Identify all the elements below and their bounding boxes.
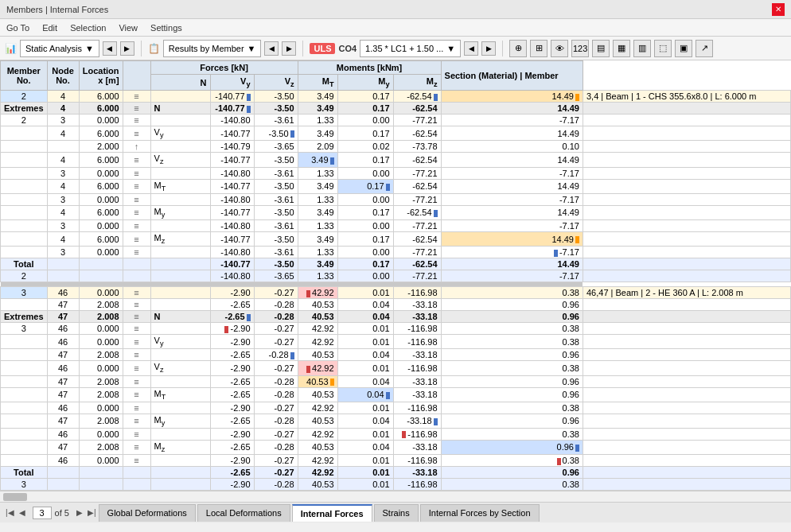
- tool-btn-8[interactable]: ⬚: [654, 40, 672, 57]
- combo-label: 1.35 * LC1 + 1.50 ...: [365, 44, 443, 53]
- table-row: 472.008≡-2.65-0.2840.530.04-33.180.96: [1, 349, 791, 361]
- results-label: Results by Member: [169, 44, 244, 53]
- tab-prev-btn[interactable]: ◀: [17, 508, 28, 517]
- tab-local-deformations[interactable]: Local Deformations: [197, 504, 290, 522]
- bottom-tabs: |◀ ◀ of 5 ▶ ▶| Global Deformations Local…: [0, 502, 791, 522]
- table-row: 30.000≡-140.80-3.611.330.00-77.21-7.17: [1, 167, 791, 179]
- menu-edit[interactable]: Edit: [42, 23, 57, 33]
- tool-btn-1[interactable]: ⊕: [509, 40, 527, 57]
- analysis-dropdown[interactable]: Static Analysis ▼: [20, 40, 99, 57]
- table-row: 472.008≡-2.65-0.2840.530.04-33.180.96: [1, 375, 791, 387]
- menu-selection[interactable]: Selection: [70, 23, 106, 33]
- table-row: 246.000≡-140.77-3.503.490.17-62.5414.493…: [1, 91, 791, 103]
- tool-btn-4[interactable]: 123: [571, 40, 589, 57]
- col-header-section: Section (Material) | Member: [441, 61, 583, 91]
- toolbar: 📊 Static Analysis ▼ ◀ ▶ 📋 Results by Mem…: [0, 37, 791, 60]
- analysis-prev-btn[interactable]: ◀: [103, 41, 117, 56]
- col-header-location: Locationx [m]: [79, 61, 123, 91]
- tool-btn-6[interactable]: ▦: [613, 40, 630, 57]
- menu-goto[interactable]: Go To: [6, 23, 29, 33]
- chevron-down-icon-3: ▼: [446, 44, 455, 53]
- title-bar: Members | Internal Forces ✕: [0, 0, 791, 19]
- analysis-next-btn[interactable]: ▶: [120, 41, 134, 56]
- col-header-vy: Vy: [210, 75, 254, 91]
- window-title: Members | Internal Forces: [6, 5, 108, 14]
- table-row: 46.000≡My-140.77-3.503.490.17-62.5414.49: [1, 205, 791, 219]
- tab-internal-forces-section[interactable]: Internal Forces by Section: [420, 504, 540, 522]
- col-header-vz: Vz: [254, 75, 298, 91]
- tab-strains[interactable]: Strains: [374, 504, 419, 522]
- tab-next-btn[interactable]: ▶: [74, 508, 85, 517]
- table-row: Total-2.65-0.2742.920.01-33.180.96: [1, 467, 791, 479]
- page-indicator: of 5: [28, 507, 74, 519]
- combo-dropdown[interactable]: 1.35 * LC1 + 1.50 ... ▼: [360, 40, 461, 57]
- separator-1: [141, 41, 142, 56]
- table-row: 46.000≡Vy-140.77-3.503.490.17-62.5414.49: [1, 126, 791, 141]
- table-row: 30.000≡-140.80-3.611.330.00-77.21-7.17: [1, 193, 791, 205]
- combo-next-btn[interactable]: ▶: [481, 41, 496, 56]
- separator-3: [502, 41, 503, 56]
- table-row: Total-140.77-3.503.490.17-62.5414.49: [1, 258, 791, 270]
- table-row: Extremes472.008≡N-2.65-0.2840.530.04-33.…: [1, 311, 791, 323]
- table-row: 2.000↑-140.79-3.652.090.02-73.780.10: [1, 141, 791, 153]
- close-button[interactable]: ✕: [772, 3, 785, 16]
- table-row: 472.008≡MT-2.65-0.2840.530.04-33.180.96: [1, 387, 791, 402]
- combo-prev-btn[interactable]: ◀: [464, 41, 478, 56]
- col-header-forces-group: Forces [kN]: [150, 61, 298, 75]
- results-dropdown[interactable]: Results by Member ▼: [163, 40, 262, 57]
- analysis-label: Static Analysis: [25, 44, 82, 53]
- table-row: 46.000≡Vz-140.77-3.503.490.17-62.5414.49: [1, 153, 791, 167]
- table-row: 30.000≡-140.80-3.611.330.00-77.21-7.17: [1, 219, 791, 231]
- tab-global-deformations[interactable]: Global Deformations: [99, 504, 196, 522]
- chevron-down-icon: ▼: [85, 44, 94, 53]
- col-header-n: N: [150, 75, 210, 91]
- table-row: 3-2.90-0.2840.530.01-116.980.38: [1, 479, 791, 491]
- tool-btn-7[interactable]: ▥: [633, 40, 651, 57]
- col-header-node: NodeNo.: [47, 61, 79, 91]
- tool-btn-9[interactable]: ▣: [675, 40, 692, 57]
- table-row: 3460.000≡-2.90-0.2742.920.01-116.980.38: [1, 323, 791, 335]
- table-row: 472.008≡My-2.65-0.2840.530.04-33.180.96: [1, 414, 791, 428]
- table-row: 30.000≡-140.80-3.611.330.00-77.21-7.17: [1, 247, 791, 258]
- chevron-down-icon-2: ▼: [247, 44, 256, 53]
- menu-view[interactable]: View: [119, 23, 138, 33]
- uls-badge: ULS: [310, 43, 335, 54]
- co4-label: CO4: [338, 44, 357, 53]
- table-row: 460.000≡-2.90-0.2742.920.01-116.980.38: [1, 455, 791, 467]
- table-row: 460.000≡Vz-2.90-0.2742.920.01-116.980.38: [1, 361, 791, 375]
- separator-2: [302, 41, 303, 56]
- results-table: MemberNo. NodeNo. Locationx [m] Forces […: [0, 60, 791, 491]
- tool-btn-10[interactable]: ↗: [696, 40, 713, 57]
- results-next-btn[interactable]: ▶: [282, 41, 296, 56]
- col-header-member: MemberNo.: [1, 61, 48, 91]
- tab-last-btn[interactable]: ▶|: [85, 508, 99, 517]
- col-header-moments-group: Moments [kNm]: [298, 61, 441, 75]
- results-prev-btn[interactable]: ◀: [264, 41, 279, 56]
- table-row: 472.008≡-2.65-0.2840.530.04-33.180.96: [1, 299, 791, 311]
- scrollbar-thumb[interactable]: [3, 493, 27, 501]
- table-row: 3460.000≡-2.90-0.2742.920.01-116.980.384…: [1, 287, 791, 299]
- tab-internal-forces[interactable]: Internal Forces: [292, 504, 372, 522]
- tab-first-btn[interactable]: |◀: [3, 508, 17, 517]
- tool-btn-5[interactable]: ▤: [592, 40, 610, 57]
- page-number-input[interactable]: [33, 507, 52, 519]
- table-row: 46.000≡MT-140.77-3.503.490.17-62.5414.49: [1, 179, 791, 193]
- menu-bar: Go To Edit Selection View Settings: [0, 19, 791, 37]
- tool-btn-2[interactable]: ⊞: [530, 40, 547, 57]
- col-header-label: [123, 61, 150, 91]
- table-row: 230.000≡-140.80-3.611.330.00-77.21-7.17: [1, 115, 791, 126]
- col-header-my: My: [337, 75, 393, 91]
- table-row: 2-140.80-3.651.330.00-77.21-7.17: [1, 270, 791, 282]
- col-header-mz: Mz: [393, 75, 441, 91]
- table-row: 460.000≡-2.90-0.2742.920.01-116.980.38: [1, 428, 791, 440]
- of-pages-label: of 5: [55, 508, 69, 518]
- table-container: MemberNo. NodeNo. Locationx [m] Forces […: [0, 60, 791, 491]
- tool-btn-3[interactable]: 👁: [551, 40, 568, 57]
- col-header-mt: MT: [298, 75, 337, 91]
- horizontal-scrollbar[interactable]: [0, 491, 791, 502]
- table-row: Extremes46.000≡N-140.77-3.503.490.17-62.…: [1, 103, 791, 115]
- menu-settings[interactable]: Settings: [150, 23, 182, 33]
- table-row: 460.000≡-2.90-0.2742.920.01-116.980.38: [1, 402, 791, 414]
- table-row: 46.000≡Mz-140.77-3.503.490.17-62.5414.49: [1, 231, 791, 246]
- table-row: 472.008≡Mz-2.65-0.2840.530.04-33.180.96: [1, 440, 791, 454]
